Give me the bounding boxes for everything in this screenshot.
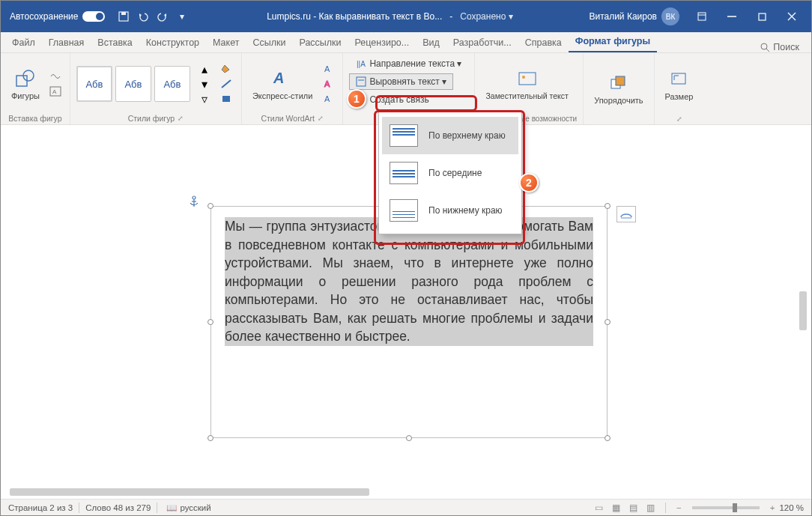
shape-fill-outline — [219, 62, 235, 106]
tab-insert[interactable]: Вставка — [91, 33, 139, 52]
svg-text:A: A — [324, 79, 330, 88]
zoom-level[interactable]: 120 % — [779, 503, 804, 512]
read-mode-icon[interactable]: ▤ — [625, 503, 642, 513]
resize-handle[interactable] — [605, 435, 610, 441]
wordart-extras: A A A — [320, 62, 336, 106]
edit-shape-icon[interactable] — [47, 70, 64, 83]
autosave-toggle[interactable]: Автосохранение — [5, 11, 109, 22]
zoom-in-icon[interactable]: + — [766, 503, 780, 512]
layout-options-icon[interactable] — [616, 206, 636, 222]
scroll-thumb[interactable] — [799, 291, 807, 330]
badge-1: 1 — [347, 89, 366, 109]
redo-icon[interactable] — [154, 8, 171, 25]
tab-layout[interactable]: Макет — [206, 33, 246, 52]
dialog-launcher-icon[interactable]: ⤢ — [676, 115, 682, 123]
undo-icon[interactable] — [135, 8, 151, 25]
text-fill-icon[interactable]: A — [320, 62, 336, 76]
style-preset-1[interactable]: Абв — [76, 66, 112, 102]
maximize-icon[interactable] — [747, 4, 777, 28]
resize-handle[interactable] — [605, 203, 610, 209]
resize-handle[interactable] — [207, 319, 213, 325]
svg-text:A: A — [324, 64, 330, 73]
arrange-button[interactable]: Упорядочить — [590, 70, 647, 106]
align-text-button[interactable]: Выровнять текст ▾ — [349, 73, 453, 90]
spellcheck-icon[interactable]: 📖 — [163, 503, 180, 513]
tab-view[interactable]: Вид — [416, 33, 446, 52]
search-icon — [760, 43, 770, 52]
svg-rect-19 — [519, 73, 536, 85]
tab-design[interactable]: Конструктор — [139, 33, 206, 52]
express-styles-button[interactable]: A Экспресс-стили — [248, 66, 317, 102]
zoom-slider[interactable] — [692, 506, 760, 509]
resize-handle[interactable] — [406, 435, 412, 441]
page-indicator[interactable]: Страница 2 из 3 — [8, 503, 73, 512]
style-preset-3[interactable]: Абв — [154, 66, 190, 102]
close-icon[interactable] — [777, 4, 807, 28]
gallery-down-icon[interactable]: ▾ — [196, 77, 213, 91]
shapes-button[interactable]: Фигуры — [7, 66, 44, 102]
shape-fill-icon[interactable] — [219, 62, 235, 76]
zoom-out-icon[interactable]: − — [672, 503, 686, 512]
style-preset-2[interactable]: Абв — [115, 66, 151, 102]
selected-text[interactable]: Мы — группа энтузиастов, увлеченных идее… — [225, 217, 593, 346]
resize-handle[interactable] — [207, 203, 213, 209]
dialog-launcher-icon[interactable]: ⤢ — [178, 115, 184, 122]
create-link-label: Создать связь — [369, 94, 428, 105]
minimize-icon[interactable] — [717, 4, 747, 28]
horizontal-scrollbar[interactable] — [10, 488, 609, 497]
ribbon-group-wordart: A Экспресс-стили A A A Стили WordArt ⤢ — [242, 53, 343, 124]
anchor-icon — [188, 195, 200, 212]
print-layout-icon[interactable]: ▦ — [608, 503, 625, 513]
shapes-label: Фигуры — [11, 91, 40, 100]
tab-home[interactable]: Главная — [42, 33, 91, 52]
ribbon-options-icon[interactable] — [687, 4, 717, 28]
save-icon[interactable] — [115, 8, 132, 25]
status-bar: Страница 2 из 3 Слово 48 из 279 📖 русски… — [1, 499, 811, 515]
menu-item-align-middle[interactable]: По середине — [382, 154, 518, 192]
tab-shape-format[interactable]: Формат фигуры — [569, 31, 657, 52]
text-box-shape[interactable]: Мы — группа энтузиастов, увлеченных идее… — [210, 206, 608, 438]
search-box[interactable]: Поиск — [753, 42, 807, 52]
shape-effects-icon[interactable] — [219, 92, 235, 106]
toggle-switch[interactable] — [82, 11, 105, 22]
language-indicator[interactable]: русский — [180, 503, 210, 512]
group-label-shape-styles: Стили фигур — [128, 114, 175, 123]
web-layout-icon[interactable]: ▥ — [642, 503, 659, 513]
avatar: ВК — [661, 7, 679, 25]
tab-developer[interactable]: Разработчи... — [446, 33, 518, 52]
alt-text-button[interactable]: Заместительный текст — [481, 67, 572, 103]
shapes-icon — [14, 67, 37, 90]
shape-outline-icon[interactable] — [219, 77, 235, 91]
vertical-scrollbar[interactable] — [799, 142, 808, 485]
tab-help[interactable]: Справка — [518, 33, 569, 52]
focus-view-icon[interactable]: ▭ — [590, 503, 608, 513]
svg-text:||A: ||A — [357, 60, 366, 68]
text-direction-icon: ||A — [356, 58, 366, 69]
text-box-icon[interactable]: A — [47, 85, 64, 98]
tab-review[interactable]: Рецензиро... — [348, 33, 416, 52]
scroll-thumb[interactable] — [10, 488, 369, 496]
resize-handle[interactable] — [605, 319, 610, 325]
dialog-launcher-icon[interactable]: ⤢ — [318, 115, 324, 122]
word-count[interactable]: Слово 48 из 279 — [85, 503, 151, 512]
ribbon-group-insert-shapes: Фигуры A Вставка фигур — [1, 53, 70, 124]
gallery-more-icon[interactable]: ▿ — [196, 92, 213, 106]
size-button[interactable]: Размер — [661, 67, 698, 103]
text-outline-icon[interactable]: A — [320, 77, 336, 91]
save-status[interactable]: Сохранено ▾ — [460, 11, 513, 22]
tab-mailings[interactable]: Рассылки — [292, 33, 348, 52]
menu-item-align-top[interactable]: По верхнему краю — [382, 117, 518, 154]
tab-file[interactable]: Файл — [5, 33, 42, 52]
text-direction-button[interactable]: ||A Направление текста ▾ — [349, 55, 468, 72]
group-label-wordart: Стили WordArt — [261, 114, 314, 123]
align-bottom-icon — [390, 199, 418, 222]
text-effects-icon[interactable]: A — [320, 92, 336, 106]
gallery-up-icon[interactable]: ▴ — [196, 62, 213, 76]
svg-rect-22 — [616, 76, 625, 85]
user-account[interactable]: Виталий Каиров ВК — [589, 7, 679, 25]
tab-references[interactable]: Ссылки — [246, 33, 292, 52]
menu-item-align-bottom[interactable]: По нижнему краю — [382, 192, 518, 229]
qat-dropdown-icon[interactable]: ▾ — [174, 8, 190, 25]
resize-handle[interactable] — [207, 435, 213, 441]
arrange-icon — [608, 72, 630, 94]
